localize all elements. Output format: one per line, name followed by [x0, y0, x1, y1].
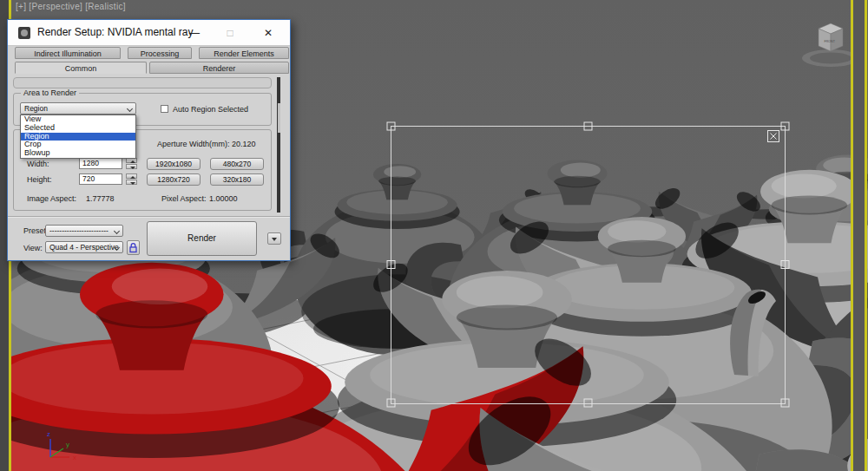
spin-down-icon[interactable] — [126, 180, 137, 185]
auto-region-label: Auto Region Selected — [173, 105, 248, 114]
height-field[interactable]: 720 — [79, 173, 122, 185]
viewport-lock-button[interactable] — [127, 240, 140, 255]
axis-y-label: y — [66, 441, 69, 448]
chevron-down-icon — [127, 106, 133, 112]
aperture-width-label: Aperture Width(mm): — [157, 140, 230, 148]
pixel-aspect-label: Pixel Aspect: — [161, 194, 207, 203]
footer-divider — [8, 216, 290, 217]
width-spinner[interactable] — [126, 158, 137, 169]
axis-z-label: z — [47, 430, 50, 438]
tab-render-elements[interactable]: Render Elements — [199, 47, 289, 59]
area-to-render-value: Region — [24, 104, 48, 113]
preset-320x180-button[interactable]: 320x180 — [210, 173, 264, 186]
preset-dropdown[interactable]: ------------------------ — [45, 225, 123, 237]
width-label: Width: — [27, 160, 49, 168]
tab-indirect-illumination[interactable]: Indirect Illumination — [15, 47, 121, 59]
rollout-bar[interactable] — [13, 77, 272, 88]
view-value: Quad 4 - Perspective — [49, 243, 119, 252]
width-field[interactable]: 1280 — [79, 158, 122, 169]
viewport-gutter-right[interactable] — [853, 0, 865, 471]
viewcube-front-label: FRONT — [825, 40, 836, 43]
dialog-scrollbar[interactable] — [277, 77, 280, 213]
view-dropdown[interactable]: Quad 4 - Perspective — [45, 241, 123, 253]
viewport-label[interactable]: [+] [Perspective] [Realistic] — [16, 2, 126, 11]
area-to-render-dropdown[interactable]: Region — [20, 102, 136, 114]
minimize-button[interactable]: — — [183, 23, 206, 43]
tab-renderer[interactable]: Renderer — [149, 62, 289, 74]
axis-x-label: x — [73, 454, 76, 461]
pixel-aspect-value: 1.00000 — [209, 194, 238, 203]
3dsmax-viewport: FRONT z y x [+] [Perspective] [Realistic… — [0, 0, 868, 471]
lock-icon — [128, 241, 139, 254]
render-flyout-button[interactable] — [267, 232, 281, 245]
tab-processing[interactable]: Processing — [128, 47, 192, 59]
preset-480x270-button[interactable]: 480x270 — [210, 158, 264, 170]
render-button[interactable]: Render — [147, 221, 257, 256]
auto-region-checkbox[interactable] — [161, 105, 168, 113]
preset-value: ------------------------ — [49, 226, 108, 235]
area-to-render-label: Area to Render — [21, 88, 79, 97]
render-setup-dialog: Render Setup: NVIDIA mental ray — □ ✕ In… — [7, 19, 291, 261]
dialog-titlebar[interactable]: Render Setup: NVIDIA mental ray — □ ✕ — [8, 20, 290, 46]
maximize-button[interactable]: □ — [219, 23, 241, 43]
chevron-down-icon — [114, 228, 120, 234]
preset-1920x1080-button[interactable]: 1920x1080 — [147, 158, 201, 170]
option-blowup[interactable]: Blowup — [21, 149, 135, 158]
view-label: View: — [23, 244, 43, 252]
preset-1280x720-button[interactable]: 1280x720 — [147, 173, 201, 186]
aperture-width-value: 20.120 — [232, 140, 256, 148]
height-spinner[interactable] — [126, 173, 137, 185]
height-label: Height: — [27, 175, 52, 184]
dialog-title: Render Setup: NVIDIA mental ray — [37, 26, 193, 38]
area-to-render-option-list: View Selected Region Crop Blowup — [20, 114, 136, 159]
active-viewport-border-right — [851, 0, 853, 471]
adjacent-viewport-border — [865, 0, 867, 471]
scrollbar-thumb[interactable] — [278, 103, 280, 133]
render-setup-icon — [18, 27, 30, 39]
spin-down-icon[interactable] — [126, 164, 137, 169]
tab-common[interactable]: Common — [15, 62, 147, 74]
close-button[interactable]: ✕ — [257, 23, 279, 43]
image-aspect-label: Image Aspect: — [27, 194, 76, 203]
spin-up-icon[interactable] — [126, 173, 137, 179]
image-aspect-value: 1.77778 — [86, 194, 115, 203]
